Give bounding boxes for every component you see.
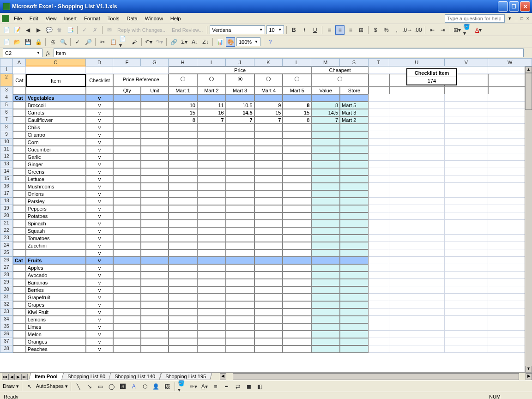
cell[interactable]: v [86, 161, 114, 168]
cell[interactable] [283, 146, 311, 153]
cell[interactable]: Cucumber [26, 146, 86, 153]
cell[interactable] [141, 190, 169, 198]
cell[interactable] [340, 338, 369, 345]
cell[interactable] [340, 227, 369, 235]
cell[interactable] [445, 279, 489, 286]
cell[interactable] [197, 74, 226, 87]
cell[interactable] [369, 175, 389, 183]
cell[interactable] [141, 205, 169, 212]
cell[interactable] [226, 212, 254, 220]
cell[interactable] [369, 294, 389, 301]
cell[interactable] [226, 190, 254, 198]
cell[interactable] [141, 198, 169, 205]
cell[interactable] [13, 272, 26, 279]
cell[interactable]: 11 [197, 102, 226, 109]
cell[interactable]: v [86, 338, 114, 345]
cell[interactable] [369, 161, 389, 168]
row-header[interactable]: 10 [0, 139, 13, 146]
cell[interactable]: v [86, 323, 114, 331]
cell[interactable] [254, 146, 283, 153]
cell[interactable] [226, 323, 254, 331]
cell[interactable]: v [86, 316, 114, 323]
cell[interactable] [113, 227, 141, 235]
cell[interactable] [169, 168, 197, 175]
increase-indent-button[interactable]: ⇥ [438, 25, 447, 35]
row-header[interactable]: 37 [0, 338, 13, 345]
cell[interactable] [283, 242, 311, 249]
cell[interactable] [311, 286, 340, 294]
line-color-icon[interactable]: ✏▾ [189, 382, 198, 391]
sheet-tab[interactable]: Shopping List 140 [109, 373, 161, 380]
cell[interactable]: v [86, 146, 114, 153]
cell[interactable] [226, 175, 254, 183]
cell[interactable] [197, 249, 226, 257]
autoshapes-menu[interactable]: AutoShapes ▾ [36, 383, 68, 389]
row-header[interactable]: 5 [0, 102, 13, 109]
cell[interactable]: Chilis [26, 124, 86, 131]
cell[interactable] [283, 139, 311, 146]
cell[interactable] [283, 272, 311, 279]
cell[interactable] [113, 66, 169, 74]
cell[interactable] [197, 279, 226, 286]
col-header-V[interactable]: V [445, 58, 489, 66]
cell[interactable] [169, 316, 197, 323]
next-comment-icon[interactable]: ▶ [34, 25, 43, 35]
cell[interactable]: Lemons [26, 316, 86, 323]
cell[interactable] [445, 249, 489, 257]
cell[interactable] [169, 190, 197, 198]
cell[interactable] [141, 109, 169, 116]
cell[interactable] [226, 131, 254, 139]
row-header[interactable]: 16 [0, 183, 13, 190]
cell[interactable] [113, 146, 141, 153]
cell[interactable] [369, 124, 389, 131]
cell[interactable]: v [86, 227, 114, 235]
cell[interactable] [445, 87, 489, 94]
fill-color-button[interactable]: 🪣▾ [463, 25, 472, 35]
cell[interactable]: Unit [141, 87, 169, 94]
cell[interactable] [283, 235, 311, 242]
cell[interactable] [340, 345, 369, 353]
cell[interactable]: v [86, 301, 114, 308]
cell[interactable] [13, 264, 26, 272]
cell[interactable]: Parsley [26, 198, 86, 205]
print-preview-button[interactable]: 🔍 [59, 37, 68, 47]
cell[interactable] [369, 102, 389, 109]
cell[interactable] [254, 323, 283, 331]
cell[interactable] [311, 242, 340, 249]
comma-button[interactable]: , [392, 25, 401, 35]
cell[interactable]: 10.5 [226, 102, 254, 109]
cell[interactable] [340, 175, 369, 183]
align-right-button[interactable]: ≡ [346, 25, 355, 35]
cell[interactable] [226, 183, 254, 190]
cell[interactable] [141, 257, 169, 264]
cell[interactable] [445, 242, 489, 249]
cell[interactable] [226, 235, 254, 242]
cell[interactable] [13, 212, 26, 220]
cell[interactable] [197, 205, 226, 212]
cell[interactable] [141, 131, 169, 139]
font-name-select[interactable]: Verdana▼ [210, 25, 265, 34]
cell[interactable]: 8 [283, 116, 311, 124]
cell[interactable] [141, 183, 169, 190]
col-header-K[interactable]: K [254, 58, 283, 66]
cell[interactable]: v [86, 139, 114, 146]
col-header-I[interactable]: I [197, 58, 226, 66]
cell[interactable] [283, 264, 311, 272]
cell[interactable] [340, 161, 369, 168]
row-header[interactable]: 31 [0, 294, 13, 301]
cell[interactable]: v [86, 257, 114, 264]
cell[interactable]: Peaches [26, 345, 86, 353]
cell[interactable] [113, 131, 141, 139]
cell[interactable] [197, 272, 226, 279]
hyperlink-button[interactable]: 🔗 [169, 37, 178, 47]
cell[interactable] [113, 198, 141, 205]
cell[interactable] [369, 257, 389, 264]
cell[interactable] [169, 308, 197, 316]
row-header[interactable]: 7 [0, 116, 13, 124]
cell[interactable] [13, 153, 26, 161]
cell[interactable] [113, 331, 141, 338]
picture-icon[interactable]: 🖼 [163, 382, 172, 391]
cell[interactable] [340, 279, 369, 286]
cell[interactable] [13, 242, 26, 249]
cell[interactable]: Bananas [26, 279, 86, 286]
